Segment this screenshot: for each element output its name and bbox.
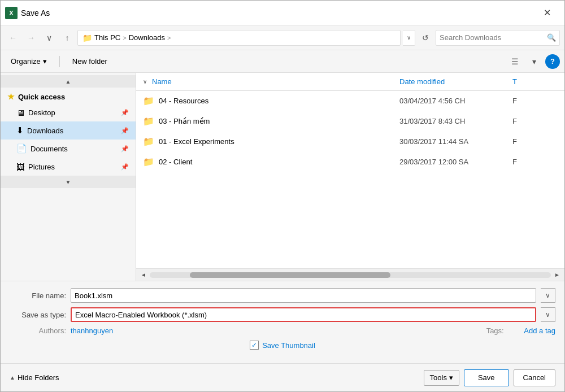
close-button[interactable]: ✕ [534,4,560,22]
pictures-icon: 🖼 [16,162,25,172]
search-icon: 🔍 [547,33,556,42]
authors-value[interactable]: thanhnguyen [71,326,113,335]
breadcrumb-chevron[interactable]: ∨ [403,30,415,46]
table-row[interactable]: 📁 01 - Excel Experiments 30/03/2017 11:4… [136,132,564,152]
table-row[interactable]: 📁 03 - Phần mềm 31/03/2017 8:43 CH F [136,111,564,132]
col-date-header[interactable]: Date modified [399,77,512,86]
pin-icon-pictures: 📌 [121,163,129,171]
folder-icon: 📁 [82,33,92,42]
new-folder-button[interactable]: New folder [67,54,113,69]
sidebar-item-documents[interactable]: 📄 Documents 📌 [1,140,136,158]
breadcrumb-this-pc: This PC [94,33,120,42]
breadcrumb-path: This PC > Downloads > [94,33,172,42]
save-type-row: Save as type: Excel Macro-Enabled Workbo… [10,307,555,322]
sidebar-item-desktop[interactable]: 🖥 Desktop 📌 [1,103,136,121]
downloads-icon: ⬇ [16,125,24,136]
breadcrumb-sep1: > [123,34,126,41]
pin-icon-documents: 📌 [121,145,129,153]
folder-icon-row: 📁 [143,95,154,106]
save-type-dropdown[interactable]: Excel Macro-Enabled Workbook (*.xlsm) [71,307,536,322]
sidebar-scroll-down[interactable]: ▼ [1,176,136,188]
table-row[interactable]: 📁 04 - Resources 03/04/2017 4:56 CH F [136,91,564,111]
back-button[interactable]: ← [5,30,21,46]
form-area: File name: ∨ Save as type: Excel Macro-E… [1,281,564,363]
pin-icon: 📌 [121,109,129,116]
meta-row: Authors: thanhnguyen Tags: Add a tag [10,326,555,335]
navigation-bar: ← → ∨ ↑ 📁 This PC > Downloads > ∨ ↺ 🔍 [1,25,564,50]
hide-folders-arrow: ▲ [10,374,15,381]
toolbar-right: ☰ ▾ ? [507,54,560,69]
cancel-button[interactable]: Cancel [514,369,555,386]
file-area: ∨ Name Date modified T 📁 04 - Resources … [136,73,564,281]
view-chevron[interactable]: ▾ [526,54,542,69]
toolbar: Organize ▾ New folder ☰ ▾ ? [1,50,564,73]
breadcrumb-bar[interactable]: 📁 This PC > Downloads > [77,30,401,46]
save-as-dialog: X Save As ✕ ← → ∨ ↑ 📁 This PC > Download… [0,0,565,392]
up-button[interactable]: ↑ [59,30,75,46]
breadcrumb-sep2: > [167,34,171,41]
view-button[interactable]: ☰ [507,54,523,69]
pin-icon-downloads: 📌 [121,127,129,134]
file-list: 📁 04 - Resources 03/04/2017 4:56 CH F 📁 … [136,91,564,268]
scroll-left-button[interactable]: ◄ [138,270,149,280]
file-name-label: File name: [10,291,66,300]
table-row[interactable]: 📁 02 - Client 29/03/2017 12:00 SA F [136,152,564,172]
dialog-title: Save As [21,8,50,18]
thumbnail-checkbox[interactable]: ✓ [250,341,259,350]
authors-label: Authors: [10,326,66,335]
view-icon: ☰ [511,57,519,66]
scrollbar-thumb[interactable] [190,272,390,278]
col-type-header[interactable]: T [512,77,558,86]
toolbar-divider [59,56,60,67]
quick-access-star: ★ [7,92,15,101]
scrollbar-track[interactable] [150,272,551,278]
desktop-icon: 🖥 [16,108,25,117]
documents-icon: 📄 [16,143,27,154]
title-bar-left: X Save As [5,7,50,19]
folder-icon-row: 📁 [143,156,154,167]
quick-access-header: ★ Quick access [1,88,136,103]
main-area: ▲ ★ Quick access 🖥 Desktop 📌 ⬇ Downloads… [1,73,564,281]
excel-icon: X [5,7,18,19]
refresh-button[interactable]: ↺ [418,30,433,46]
search-input[interactable] [440,33,547,42]
col-name-header[interactable]: Name [152,77,399,86]
thumbnail-row: ✓ Save Thumbnail [10,341,555,350]
save-type-label: Save as type: [10,311,66,319]
scrollbar-area: ◄ ► [136,268,564,281]
header-chevron: ∨ [143,79,152,85]
bottom-right: Tools ▾ Save Cancel [424,369,555,386]
folder-icon-row: 📁 [143,116,154,127]
organize-button[interactable]: Organize ▾ [5,54,53,69]
folder-icon-row: 📁 [143,136,154,147]
forward-button[interactable]: → [23,30,39,46]
file-name-input[interactable] [71,288,536,303]
bottom-bar: ▲ Hide Folders Tools ▾ Save Cancel [1,363,564,391]
file-name-chevron[interactable]: ∨ [541,288,555,303]
save-type-chevron[interactable]: ∨ [541,307,555,322]
file-name-row: File name: ∨ [10,288,555,303]
breadcrumb-downloads: Downloads [129,33,165,42]
help-button[interactable]: ? [545,54,560,69]
file-list-header: ∨ Name Date modified T [136,73,564,91]
tags-label: Tags: [486,326,504,335]
scroll-right-button[interactable]: ► [552,270,562,280]
hide-folders-button[interactable]: ▲ Hide Folders [10,373,59,382]
title-bar: X Save As ✕ [1,1,564,25]
tags-value[interactable]: Add a tag [524,326,555,335]
save-button[interactable]: Save [464,369,509,386]
sidebar-item-pictures[interactable]: 🖼 Pictures 📌 [1,158,136,176]
sidebar-item-downloads[interactable]: ⬇ Downloads 📌 [1,121,136,140]
thumbnail-label[interactable]: Save Thumbnail [262,341,315,350]
tools-button[interactable]: Tools ▾ [424,370,459,386]
search-box[interactable]: 🔍 [436,30,560,46]
sidebar: ▲ ★ Quick access 🖥 Desktop 📌 ⬇ Downloads… [1,73,136,281]
sidebar-scroll-up[interactable]: ▲ [1,75,136,88]
expand-button[interactable]: ∨ [41,30,57,46]
